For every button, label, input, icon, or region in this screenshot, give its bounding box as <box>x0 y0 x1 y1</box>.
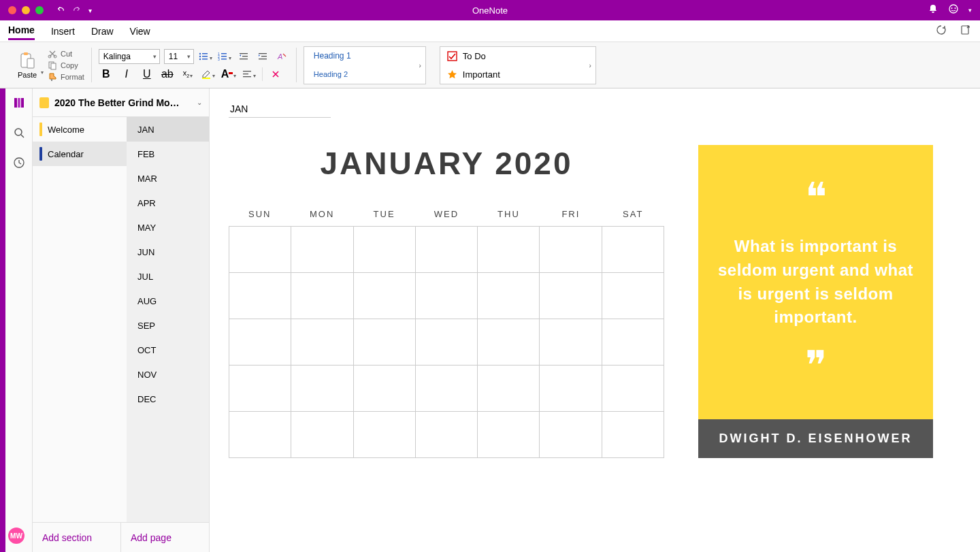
calendar-cell[interactable] <box>291 319 353 366</box>
bold-button[interactable]: B <box>99 67 114 82</box>
calendar-cell[interactable] <box>602 412 664 458</box>
menu-draw[interactable]: Draw <box>91 23 114 39</box>
page-item[interactable]: FEB <box>127 142 209 166</box>
calendar-cell[interactable] <box>354 319 416 366</box>
paste-button[interactable]: Paste <box>14 52 41 79</box>
calendar-cell[interactable] <box>602 366 664 412</box>
bullets-button[interactable] <box>198 49 213 64</box>
tags-more-icon[interactable]: › <box>589 61 591 69</box>
calendar-cell[interactable] <box>478 273 540 319</box>
search-icon[interactable] <box>13 127 25 142</box>
calendar-cell[interactable] <box>354 273 416 319</box>
calendar-cell[interactable] <box>478 412 540 458</box>
page-item[interactable]: DEC <box>127 387 209 411</box>
notifications-icon[interactable] <box>928 3 938 17</box>
calendar-cell[interactable] <box>416 412 478 458</box>
calendar-cell[interactable] <box>478 319 540 366</box>
italic-button[interactable]: I <box>119 67 134 82</box>
align-button[interactable] <box>242 67 257 82</box>
page-item[interactable]: JAN <box>127 117 209 142</box>
styles-gallery[interactable]: Heading 1 Heading 2 › <box>304 46 426 84</box>
add-section-button[interactable]: Add section <box>33 523 121 552</box>
calendar-cell[interactable] <box>602 319 664 366</box>
notebook-rail[interactable] <box>0 88 5 552</box>
style-heading1[interactable]: Heading 1 <box>304 47 425 65</box>
calendar-cell[interactable] <box>540 319 602 366</box>
copy-button[interactable]: Copy <box>48 61 84 70</box>
menu-insert[interactable]: Insert <box>51 23 75 39</box>
page-item[interactable]: MAY <box>127 215 209 240</box>
calendar-cell[interactable] <box>478 366 540 412</box>
tags-gallery[interactable]: To Do Important › <box>440 46 596 84</box>
calendar-cell[interactable] <box>229 319 291 366</box>
page-item[interactable]: MAR <box>127 166 209 191</box>
page-title-input[interactable] <box>229 101 331 118</box>
share-icon[interactable] <box>960 24 972 39</box>
close-window[interactable] <box>8 6 16 14</box>
tag-todo[interactable]: To Do <box>440 47 595 65</box>
numbering-button[interactable]: 123 <box>217 49 232 64</box>
recent-icon[interactable] <box>13 157 25 172</box>
calendar-cell[interactable] <box>354 227 416 273</box>
section-item[interactable]: Calendar <box>33 142 127 166</box>
calendar-cell[interactable] <box>540 366 602 412</box>
outdent-button[interactable] <box>236 49 251 64</box>
calendar-cell[interactable] <box>291 227 353 273</box>
calendar-cell[interactable] <box>229 273 291 319</box>
sync-icon[interactable] <box>935 24 947 39</box>
calendar-cell[interactable] <box>291 366 353 412</box>
account-icon[interactable] <box>948 3 959 17</box>
calendar-cell[interactable] <box>229 227 291 273</box>
page-item[interactable]: AUG <box>127 289 209 313</box>
redo-icon[interactable] <box>72 4 82 16</box>
undo-icon[interactable] <box>56 4 65 16</box>
calendar-cell[interactable] <box>416 366 478 412</box>
clear-formatting-button[interactable]: A <box>274 49 289 64</box>
section-item[interactable]: Welcome <box>33 117 127 142</box>
customize-qat-icon[interactable]: ▾ <box>88 7 92 14</box>
calendar-cell[interactable] <box>540 227 602 273</box>
notebooks-icon[interactable] <box>13 97 25 112</box>
calendar-cell[interactable] <box>416 227 478 273</box>
calendar-cell[interactable] <box>416 319 478 366</box>
subscript-button[interactable]: x2 <box>180 67 195 82</box>
page-item[interactable]: APR <box>127 191 209 215</box>
page-item[interactable]: JUL <box>127 264 209 289</box>
calendar-cell[interactable] <box>478 227 540 273</box>
calendar-cell[interactable] <box>540 273 602 319</box>
font-size-select[interactable]: 11 <box>164 49 194 64</box>
user-avatar[interactable]: MW <box>8 527 24 544</box>
menu-home[interactable]: Home <box>8 22 35 40</box>
font-name-select[interactable]: Kalinga <box>99 49 160 64</box>
calendar-cell[interactable] <box>229 412 291 458</box>
notebook-selector[interactable]: 2020 The Better Grind Mo… ⌄ <box>33 88 209 117</box>
calendar-cell[interactable] <box>416 273 478 319</box>
calendar-cell[interactable] <box>602 273 664 319</box>
calendar-cell[interactable] <box>291 273 353 319</box>
menu-view[interactable]: View <box>130 23 150 39</box>
calendar-cell[interactable] <box>540 412 602 458</box>
minimize-window[interactable] <box>22 6 30 14</box>
indent-button[interactable] <box>255 49 270 64</box>
calendar-cell[interactable] <box>602 227 664 273</box>
calendar-cell[interactable] <box>354 366 416 412</box>
calendar-cell[interactable] <box>291 412 353 458</box>
add-page-button[interactable]: Add page <box>121 523 209 552</box>
format-painter-button[interactable]: Format <box>48 72 84 82</box>
delete-button[interactable] <box>268 67 283 82</box>
page-item[interactable]: SEP <box>127 313 209 338</box>
page-canvas[interactable]: JANUARY 2020 SUNMONTUEWEDTHUFRISAT ❝ Wha… <box>210 88 980 552</box>
page-item[interactable]: JUN <box>127 240 209 264</box>
cut-button[interactable]: Cut <box>48 49 84 59</box>
page-item[interactable]: NOV <box>127 362 209 387</box>
underline-button[interactable]: U <box>140 67 154 82</box>
maximize-window[interactable] <box>35 6 44 14</box>
calendar-cell[interactable] <box>229 366 291 412</box>
style-heading2[interactable]: Heading 2 <box>304 65 425 84</box>
highlight-button[interactable] <box>201 67 216 82</box>
paste-dropdown-icon[interactable]: ▾ <box>41 69 44 76</box>
styles-more-icon[interactable]: › <box>419 61 421 69</box>
page-item[interactable]: OCT <box>127 338 209 362</box>
strikethrough-button[interactable]: ab <box>160 67 175 82</box>
calendar-cell[interactable] <box>354 412 416 458</box>
